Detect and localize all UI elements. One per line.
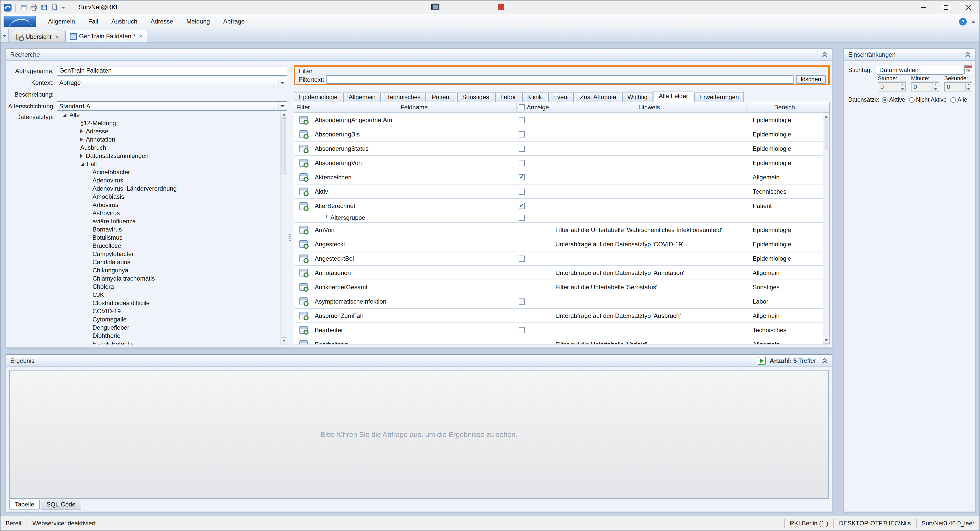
expander-closed-icon[interactable]	[80, 129, 83, 133]
scroll-up-button[interactable]	[281, 112, 286, 118]
close-button[interactable]	[957, 0, 980, 14]
anzeige-checkbox[interactable]	[519, 298, 525, 305]
spinner-down-button[interactable]	[966, 87, 972, 91]
scroll-down-button[interactable]	[281, 337, 286, 344]
anzeige-checkbox[interactable]	[519, 255, 525, 262]
spinner-down-button[interactable]	[932, 87, 939, 91]
tree-item-candida-auris[interactable]: Candida auris	[60, 258, 280, 266]
collapse-panel-icon[interactable]	[965, 51, 971, 57]
field-row-altersgruppe[interactable]: └Altersgruppe	[294, 213, 822, 223]
filter-tab-patient[interactable]: Patient	[426, 92, 456, 102]
spinner-up-button[interactable]	[932, 83, 939, 87]
field-row-asymptomatischeinfektion[interactable]: AsymptomatischeInfektionLabor	[294, 294, 822, 309]
tree-item-12-meldung[interactable]: §12-Meldung	[60, 119, 280, 127]
tree-item-aviare-influenza[interactable]: aviäre Influenza	[60, 217, 280, 225]
anzeige-checkbox[interactable]	[519, 174, 525, 180]
field-row-absonderungbis[interactable]: AbsonderungBisEpidemiologie	[294, 127, 822, 142]
filter-tab-labor[interactable]: Labor	[495, 92, 521, 102]
filtertext-input[interactable]	[327, 75, 794, 84]
expander-open-icon[interactable]	[63, 113, 67, 117]
radio-option-alle[interactable]: Alle	[950, 97, 967, 103]
scroll-thumb[interactable]	[824, 121, 828, 150]
menu-item-adresse[interactable]: Adresse	[144, 14, 180, 29]
abfragename-input[interactable]: GenTrain Falldaten	[57, 66, 287, 76]
radio-option-nicht-aktive[interactable]: Nicht Aktive	[909, 97, 947, 103]
spinner-up-button[interactable]	[899, 83, 905, 87]
dropdown-button[interactable]	[278, 102, 286, 110]
print-icon[interactable]	[30, 3, 38, 11]
spinner-down-button[interactable]	[899, 87, 905, 91]
preview-icon[interactable]	[50, 3, 58, 11]
tree-scrollbar[interactable]	[280, 111, 287, 344]
expander-closed-icon[interactable]	[80, 154, 83, 158]
filter-tab-erweiterungen[interactable]: Erweiterungen	[694, 92, 744, 102]
scroll-down-button[interactable]	[823, 337, 829, 343]
ribbon-collapse-icon[interactable]	[971, 21, 975, 23]
filter-tab-event[interactable]: Event	[548, 92, 574, 102]
field-row-annotationen[interactable]: AnnotationenUnterabfrage auf den Datensa…	[294, 266, 822, 280]
app-menu-button[interactable]	[3, 16, 36, 27]
scroll-thumb[interactable]	[282, 118, 286, 175]
anzeige-checkbox[interactable]	[519, 131, 525, 137]
altersschichtung-combobox[interactable]: Standard-A	[57, 101, 287, 111]
tree-item-campylobacter[interactable]: Campylobacter	[60, 250, 280, 258]
tree-item-cjk[interactable]: CJK	[60, 291, 280, 299]
tab-ubersicht[interactable]: Übersicht×	[12, 31, 63, 42]
collapse-panel-icon[interactable]	[822, 357, 828, 364]
anzeige-checkbox[interactable]	[519, 203, 525, 209]
save-icon[interactable]	[40, 3, 48, 11]
tree-item-adenovirus[interactable]: Adenovirus	[60, 176, 280, 185]
stichtag-date-field[interactable]: Datum wählen	[877, 65, 963, 75]
sekunde-spinner[interactable]: 0	[944, 82, 972, 91]
field-row-aktenzeichen[interactable]: AktenzeichenAllgemein	[294, 170, 822, 185]
maximize-button[interactable]	[934, 0, 957, 14]
minimize-button[interactable]	[912, 0, 934, 14]
dropdown-button[interactable]	[278, 79, 286, 86]
tree-item-e-coli-enteritis[interactable]: E.-coli-Enteritis	[60, 340, 280, 344]
tree-item-brucellose[interactable]: Brucellose	[60, 242, 280, 250]
tree-item-fall[interactable]: Fall	[60, 160, 280, 168]
menu-item-abfrage[interactable]: Abfrage	[216, 14, 251, 29]
radio-icon[interactable]	[909, 97, 914, 102]
tree-item-datensatzsammlungen[interactable]: Datensatzsammlungen	[60, 152, 280, 160]
minute-spinner[interactable]: 0	[911, 82, 939, 91]
tab-scroll-button[interactable]	[0, 29, 9, 42]
tree-item-adresse[interactable]: Adresse	[60, 127, 280, 136]
tree-item-ausbruch[interactable]: Ausbruch	[60, 144, 280, 152]
field-row-angestecktbei[interactable]: AngestecktBeiEpidemiologie	[294, 252, 822, 266]
form-icon[interactable]	[19, 3, 28, 11]
tree-item-alle[interactable]: Alle	[60, 111, 280, 119]
close-icon[interactable]: ×	[55, 34, 59, 40]
expander-closed-icon[interactable]	[80, 137, 83, 142]
tree-item-astrovirus[interactable]: Astrovirus	[60, 209, 280, 217]
anzeige-checkbox[interactable]	[519, 117, 525, 123]
tree-item-amoebiasis[interactable]: Amoebiasis	[60, 193, 280, 201]
menu-item-fall[interactable]: Fall	[81, 14, 105, 29]
anzeige-checkbox[interactable]	[519, 145, 525, 151]
tree-item-adenovirus-landerverordnung[interactable]: Adenovirus, Länderverordnung	[60, 185, 280, 193]
filter-tab-alle-felder[interactable]: Alle Felder	[654, 91, 694, 102]
field-row-absonderungstatus[interactable]: AbsonderungStatusEpidemiologie	[294, 142, 822, 156]
help-icon[interactable]: ?	[959, 18, 967, 26]
tree-item-chlamydia-trachomatis[interactable]: Chlamydia trachomatis	[60, 274, 280, 282]
anzeige-header-checkbox[interactable]	[519, 104, 525, 110]
field-row-absonderungvon[interactable]: AbsonderungVonEpidemiologie	[294, 156, 822, 170]
field-row-antikoerpergesamt[interactable]: AntikoerperGesamtFilter auf die Untertab…	[294, 280, 822, 294]
filter-tab-wichtig[interactable]: Wichtig	[622, 92, 653, 102]
tree-item-bornavirus[interactable]: Bornavirus	[60, 225, 280, 234]
kontext-combobox[interactable]: Abfrage	[57, 78, 287, 88]
anzeige-checkbox[interactable]	[519, 160, 525, 166]
radio-icon[interactable]	[950, 97, 956, 102]
filter-tab-klinik[interactable]: Klinik	[522, 92, 547, 102]
field-row-bearbeiterin[interactable]: BearbeiterInFilter auf die Untertabelle …	[294, 337, 822, 344]
field-row-alterberechnet[interactable]: AlterBerechnetPatient	[294, 199, 822, 213]
tree-item-cholera[interactable]: Cholera	[60, 282, 280, 291]
anzeige-checkbox[interactable]	[519, 188, 525, 195]
tree-item-acinetobacter[interactable]: Acinetobacter	[60, 168, 280, 176]
expander-open-icon[interactable]	[80, 162, 84, 166]
quick-access-dropdown-icon[interactable]	[61, 6, 65, 8]
calendar-icon[interactable]: 15	[964, 65, 972, 74]
collapse-panel-icon[interactable]	[822, 51, 828, 57]
tree-item-annotation[interactable]: Annotation	[60, 136, 280, 144]
stunde-spinner[interactable]: 0	[878, 82, 906, 91]
